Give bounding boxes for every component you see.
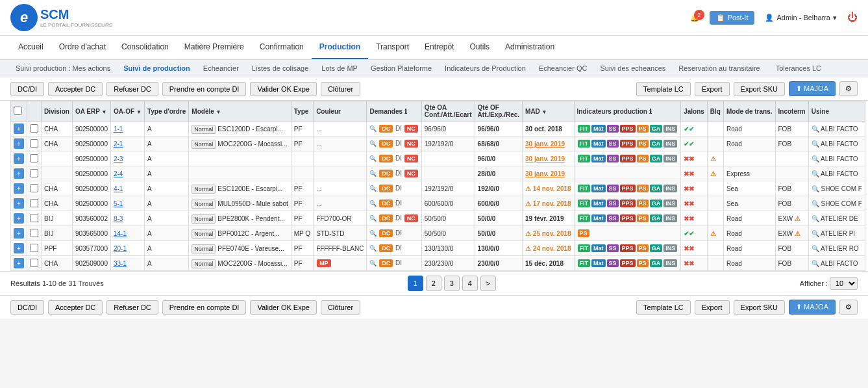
row-checkbox[interactable] (30, 139, 38, 148)
search-icon[interactable]: 🔍 (812, 230, 819, 237)
search-icon[interactable]: 🔍 (812, 215, 819, 222)
oaof-link[interactable]: 8-3 (114, 215, 123, 222)
nav-ordre[interactable]: Ordre d'achat (51, 36, 114, 59)
oaof-link[interactable]: 2-1 (114, 140, 123, 148)
valider-button[interactable]: Valider OK Expe (250, 82, 317, 96)
nav-entrepot[interactable]: Entrepôt (417, 36, 462, 59)
expand-button[interactable]: + (14, 168, 24, 179)
dcddi-button[interactable]: DC/DI (10, 82, 44, 96)
page-1-button[interactable]: 1 (408, 276, 423, 291)
postit-button[interactable]: 📋 Post-It (710, 11, 755, 25)
bottom-settings-button[interactable]: ⚙ (839, 300, 858, 315)
accepter-dc-button[interactable]: Accepter DC (48, 82, 103, 96)
row-oaof[interactable]: 33-1 (110, 256, 144, 271)
bottom-template-button[interactable]: Template LC (636, 300, 691, 315)
row-expand[interactable]: + (11, 181, 27, 196)
nav-matiere[interactable]: Matière Première (177, 36, 252, 59)
subnav-colisage[interactable]: Listes de colisage (247, 62, 314, 74)
template-button[interactable]: Template LC (636, 82, 691, 96)
row-expand[interactable]: + (11, 211, 27, 226)
page-next-button[interactable]: > (480, 276, 496, 291)
subnav-echeancier-qc[interactable]: Echeancier QC (534, 62, 593, 74)
row-checkbox[interactable] (30, 244, 38, 252)
oaof-link[interactable]: 2-3 (114, 155, 123, 162)
nav-outils[interactable]: Outils (462, 36, 497, 59)
show-select[interactable]: 10 25 50 (830, 277, 858, 290)
oaof-link[interactable]: 14-1 (114, 230, 127, 237)
bottom-export-button[interactable]: Export (695, 300, 730, 315)
export-button[interactable]: Export (695, 82, 730, 96)
bottom-cloture-button[interactable]: Clôturer (321, 300, 360, 315)
settings-button[interactable]: ⚙ (839, 81, 858, 96)
row-oaof[interactable]: 2-1 (110, 136, 144, 151)
search-icon[interactable]: 🔍 (812, 140, 819, 148)
expand-button[interactable]: + (14, 138, 24, 149)
notification-bell[interactable]: 🔔 2 (690, 14, 699, 22)
bottom-dcddi-button[interactable]: DC/DI (10, 300, 44, 315)
row-expand[interactable]: + (11, 151, 27, 166)
oaof-link[interactable]: 2-4 (114, 170, 123, 177)
row-checkbox[interactable] (30, 229, 38, 237)
exportsku-button[interactable]: Export SKU (734, 82, 785, 96)
nav-transport[interactable]: Transport (368, 36, 417, 59)
expand-button[interactable]: + (14, 198, 24, 209)
row-checkbox[interactable] (30, 199, 38, 207)
row-oaof[interactable]: 1-1 (110, 122, 144, 136)
subnav-echeancier[interactable]: Echeancier (198, 62, 244, 74)
bottom-refuser-button[interactable]: Refuser DC (106, 300, 158, 315)
nav-production[interactable]: Production (312, 36, 368, 59)
expand-button[interactable]: + (14, 123, 24, 134)
row-checkbox[interactable] (30, 169, 38, 177)
oaof-link[interactable]: 1-1 (114, 125, 123, 133)
subnav-lots[interactable]: Lots de MP (316, 62, 363, 74)
oaof-link[interactable]: 33-1 (114, 260, 127, 267)
power-button[interactable]: ⏻ (847, 12, 858, 23)
bottom-valider-button[interactable]: Valider OK Expe (250, 300, 317, 315)
expand-button[interactable]: + (14, 213, 24, 224)
search-icon[interactable]: 🔍 (812, 185, 819, 192)
row-checkbox[interactable] (30, 259, 38, 267)
expand-button[interactable]: + (14, 228, 24, 239)
select-all-checkbox[interactable] (14, 107, 22, 115)
row-expand[interactable]: + (11, 241, 27, 256)
nav-confirmation[interactable]: Confirmation (252, 36, 312, 59)
row-expand[interactable]: + (11, 166, 27, 181)
subnav-suivi-echeances[interactable]: Suivi des echeances (595, 62, 671, 74)
cloture-button[interactable]: Clôturer (321, 82, 360, 96)
subnav-suivi[interactable]: Suivi de production (118, 62, 195, 74)
subnav-reservation[interactable]: Reservation au transitaire (673, 62, 765, 74)
prendre-button[interactable]: Prendre en compte DI (162, 82, 247, 96)
oaof-link[interactable]: 5-1 (114, 200, 123, 207)
row-expand[interactable]: + (11, 196, 27, 211)
row-checkbox[interactable] (30, 124, 38, 133)
expand-button[interactable]: + (14, 258, 24, 268)
row-checkbox[interactable] (30, 214, 38, 222)
admin-dropdown[interactable]: 👤 Admin - Belharra ▾ (765, 14, 837, 22)
subnav-indicateurs[interactable]: Indicateurs de Production (440, 62, 531, 74)
expand-button[interactable]: + (14, 153, 24, 164)
page-4-button[interactable]: 4 (462, 276, 478, 291)
page-3-button[interactable]: 3 (444, 276, 460, 291)
row-checkbox[interactable] (30, 184, 38, 192)
expand-button[interactable]: + (14, 243, 24, 253)
row-oaof[interactable]: 14-1 (110, 226, 144, 241)
search-icon[interactable]: 🔍 (812, 260, 819, 267)
row-oaof[interactable]: 20-1 (110, 241, 144, 256)
row-expand[interactable]: + (11, 136, 27, 151)
search-icon[interactable]: 🔍 (812, 170, 819, 177)
search-icon[interactable]: 🔍 (812, 155, 819, 162)
row-expand[interactable]: + (11, 256, 27, 271)
row-oaof[interactable]: 2-3 (110, 151, 144, 166)
subnav-gestion[interactable]: Gestion Plateforme (366, 62, 437, 74)
search-icon[interactable]: 🔍 (812, 245, 819, 252)
bottom-prendre-button[interactable]: Prendre en compte DI (162, 300, 247, 315)
row-checkbox[interactable] (30, 154, 38, 162)
row-oaof[interactable]: 2-4 (110, 166, 144, 181)
row-expand[interactable]: + (11, 226, 27, 241)
page-2-button[interactable]: 2 (426, 276, 441, 291)
subnav-tolerances[interactable]: Tolerances LC (771, 62, 826, 74)
nav-accueil[interactable]: Accueil (10, 36, 51, 59)
majoa-button[interactable]: ⬆ MAJOA (789, 81, 836, 96)
refuser-dc-button[interactable]: Refuser DC (106, 82, 158, 96)
oaof-link[interactable]: 20-1 (114, 245, 127, 252)
